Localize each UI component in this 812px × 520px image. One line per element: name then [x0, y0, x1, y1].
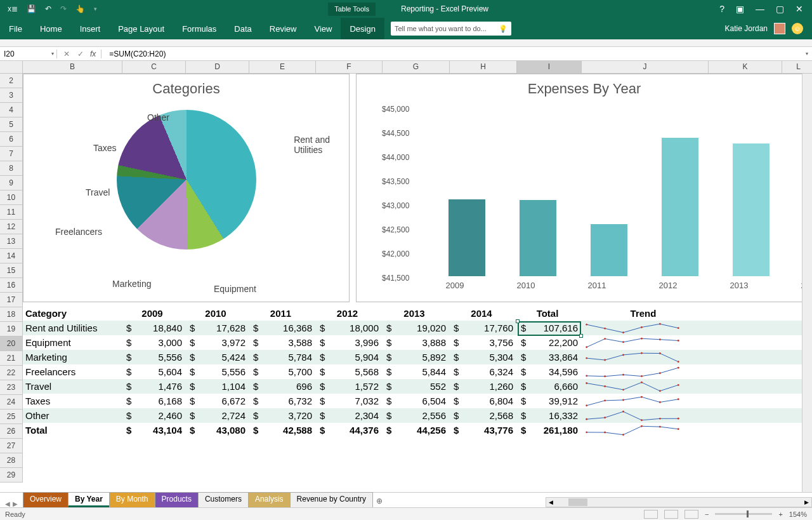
name-box[interactable]: I20 [0, 50, 57, 58]
user-avatar[interactable] [774, 23, 785, 34]
normal-view-icon[interactable] [644, 510, 658, 519]
zoom-in-icon[interactable]: + [778, 510, 782, 518]
cells-area[interactable]: Categories Rent andUtilities Other Taxes… [23, 74, 812, 494]
select-all-corner[interactable] [0, 61, 23, 74]
ribbon-display-icon[interactable]: ▣ [736, 4, 744, 14]
zoom-slider[interactable] [715, 513, 772, 515]
ribbon-tab-file[interactable]: File [0, 18, 31, 39]
sheet-tab-by-year[interactable]: By Year [68, 492, 110, 507]
sel-handle-tl[interactable] [516, 319, 520, 323]
page-layout-view-icon[interactable] [664, 510, 678, 519]
row-header-7[interactable]: 7 [0, 147, 23, 161]
row-header-24[interactable]: 24 [0, 395, 23, 410]
table-total-row[interactable]: Total$43,104$43,080$42,588$44,376$44,256… [23, 423, 812, 437]
minimize-icon[interactable]: — [756, 4, 764, 14]
ribbon-tab-page-layout[interactable]: Page Layout [109, 18, 173, 39]
undo-icon[interactable]: ↶ [45, 4, 51, 13]
ribbon-tab-view[interactable]: View [305, 18, 341, 39]
row-header-27[interactable]: 27 [0, 439, 23, 453]
col-header-L[interactable]: L [782, 61, 812, 74]
col-header-G[interactable]: G [383, 61, 450, 74]
fx-icon[interactable]: fx [90, 50, 102, 58]
tab-nav-arrows[interactable]: ◀▶ [0, 500, 23, 507]
col-header-K[interactable]: K [709, 61, 782, 74]
row-header-25[interactable]: 25 [0, 410, 23, 424]
ribbon-tab-data[interactable]: Data [225, 18, 260, 39]
col-header-E[interactable]: E [249, 61, 316, 74]
sheet-tab-overview[interactable]: Overview [23, 492, 69, 507]
row-header-6[interactable]: 6 [0, 132, 23, 147]
row-header-13[interactable]: 13 [0, 234, 23, 249]
table-row[interactable]: Equipment$3,000$3,972$3,588$3,996$3,888$… [23, 335, 812, 350]
table-row[interactable]: Marketing$5,556$5,424$5,784$5,904$5,892$… [23, 350, 812, 364]
row-header-21[interactable]: 21 [0, 351, 23, 366]
table-row[interactable]: Taxes$6,168$6,672$6,732$7,032$6,504$6,80… [23, 394, 812, 408]
enter-formula-icon[interactable]: ✓ [77, 50, 84, 58]
row-header-28[interactable]: 28 [0, 453, 23, 468]
qat-customize-icon[interactable]: ▾ [94, 6, 97, 12]
row-header-3[interactable]: 3 [0, 88, 23, 103]
pie-chart[interactable]: Categories Rent andUtilities Other Taxes… [23, 74, 350, 302]
row-header-11[interactable]: 11 [0, 205, 23, 220]
user-name[interactable]: Katie Jordan [725, 24, 768, 33]
row-header-29[interactable]: 29 [0, 468, 23, 483]
row-header-4[interactable]: 4 [0, 103, 23, 117]
maximize-icon[interactable]: ▢ [776, 4, 784, 14]
sheet-tab-products[interactable]: Products [155, 492, 199, 507]
page-break-view-icon[interactable] [684, 510, 698, 519]
formula-expand-icon[interactable]: ▾ [806, 51, 812, 57]
col-header-C[interactable]: C [122, 61, 186, 74]
zoom-level[interactable]: 154% [789, 510, 807, 518]
sheet-tab-customers[interactable]: Customers [198, 492, 249, 507]
ribbon-tab-home[interactable]: Home [31, 18, 71, 39]
ribbon-tab-insert[interactable]: Insert [71, 18, 110, 39]
row-header-12[interactable]: 12 [0, 220, 23, 234]
vertical-scrollbar[interactable] [802, 74, 812, 494]
row-header-22[interactable]: 22 [0, 366, 23, 380]
sheet-tab-revenue-by-country[interactable]: Revenue by Country [290, 492, 373, 507]
row-header-5[interactable]: 5 [0, 117, 23, 132]
col-header-B[interactable]: B [23, 61, 122, 74]
table-row[interactable]: Travel$1,476$1,104$696$1,572$552$1,260$6… [23, 379, 812, 394]
col-header-H[interactable]: H [450, 61, 517, 74]
close-icon[interactable]: ✕ [796, 4, 803, 14]
feedback-smiley-icon[interactable]: ☺ [792, 23, 803, 34]
row-header-23[interactable]: 23 [0, 380, 23, 395]
table-row[interactable]: Rent and Utilities$18,840$17,628$16,368$… [23, 321, 812, 335]
row-header-15[interactable]: 15 [0, 263, 23, 278]
table-row[interactable]: Freelancers$5,604$5,556$5,700$5,568$5,84… [23, 364, 812, 379]
sheet-tab-analysis[interactable]: Analysis [248, 492, 291, 507]
col-header-I[interactable]: I [517, 61, 582, 74]
formula-text[interactable]: =SUM(C20:H20) [107, 50, 168, 58]
table-header-row[interactable]: Category200920102011201220132014TotalTre… [23, 306, 812, 321]
ribbon-tab-formulas[interactable]: Formulas [173, 18, 225, 39]
col-header-D[interactable]: D [186, 61, 249, 74]
tell-me-search[interactable]: Tell me what you want to do... 💡 [391, 22, 511, 36]
bar-chart[interactable]: Expenses By Year $45,000$44,500$44,000$4… [356, 74, 812, 302]
zoom-out-icon[interactable]: − [705, 510, 709, 518]
ribbon-tab-design[interactable]: Design [341, 18, 384, 39]
row-header-8[interactable]: 8 [0, 161, 23, 176]
sel-handle-br[interactable] [579, 334, 583, 338]
row-header-10[interactable]: 10 [0, 190, 23, 205]
row-header-19[interactable]: 19 [0, 322, 23, 337]
cancel-formula-icon[interactable]: ✕ [63, 50, 70, 58]
row-header-2[interactable]: 2 [0, 74, 23, 88]
table-row[interactable]: Other$2,460$2,724$3,720$2,304$2,556$2,56… [23, 408, 812, 423]
expense-table[interactable]: Category200920102011201220132014TotalTre… [23, 306, 812, 467]
row-header-16[interactable]: 16 [0, 278, 23, 293]
row-header-14[interactable]: 14 [0, 249, 23, 263]
horizontal-scrollbar[interactable]: ◀▶ [546, 497, 812, 507]
save-icon[interactable]: 💾 [27, 4, 36, 13]
sheet-tab-by-month[interactable]: By Month [109, 492, 155, 507]
help-icon[interactable]: ? [719, 4, 724, 14]
row-header-9[interactable]: 9 [0, 176, 23, 190]
row-header-18[interactable]: 18 [0, 307, 23, 322]
touch-mode-icon[interactable]: 👆 [75, 4, 85, 13]
redo-icon[interactable]: ↷ [60, 4, 67, 13]
row-header-20[interactable]: 20 [0, 337, 23, 351]
col-header-F[interactable]: F [316, 61, 383, 74]
row-header-26[interactable]: 26 [0, 424, 23, 439]
new-sheet-button[interactable]: ⊕ [372, 495, 386, 507]
ribbon-tab-review[interactable]: Review [261, 18, 306, 39]
